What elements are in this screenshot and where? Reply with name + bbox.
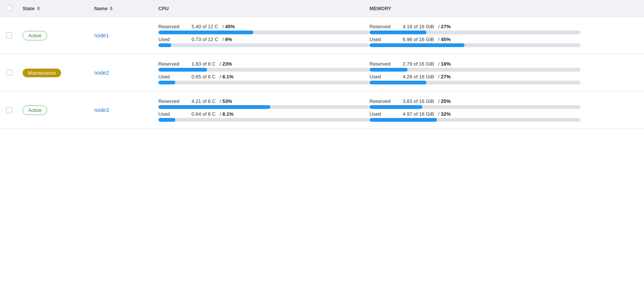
mem-reserved-bar-node3 — [370, 105, 581, 109]
cpu-header-label: CPU — [158, 6, 169, 11]
mem-reserved-bar-node1 — [370, 31, 581, 34]
memory-metrics-node2: Reserved 2.79 of 16 GiB / 18% Used 4.29 … — [370, 61, 581, 84]
state-sort-icon — [37, 6, 40, 11]
state-badge-node3: Active — [23, 106, 47, 115]
table-row: Active node3 Reserved 4.21 of 8 C / 53% … — [0, 92, 644, 129]
cpu-reserved-fill-node1 — [158, 31, 253, 34]
cpu-metrics-node3: Reserved 4.21 of 8 C / 53% Used 0.64 of … — [158, 98, 370, 122]
select-all-checkbox[interactable] — [6, 5, 12, 11]
cpu-reserved-fill-node2 — [158, 68, 207, 72]
mem-reserved-row-node2: Reserved 2.79 of 16 GiB / 18% — [370, 61, 581, 72]
node-name-node3[interactable]: node3 — [94, 107, 158, 113]
cpu-metrics-node2: Reserved 1.83 of 8 C / 23% Used 0.65 of … — [158, 61, 370, 84]
mem-used-row-node2: Used 4.29 of 16 GiB / 27% — [370, 74, 581, 84]
name-header-label: Name — [94, 6, 107, 11]
mem-used-row-node3: Used 4.97 of 16 GiB / 32% — [370, 111, 581, 122]
cpu-reserved-value-node3: 4.21 of 8 C / 53% — [192, 98, 370, 104]
name-column-header[interactable]: Name — [94, 6, 158, 11]
mem-used-fill-node2 — [370, 81, 426, 84]
table-row: Maintenance node2 Reserved 1.83 of 8 C /… — [0, 54, 644, 92]
cpu-reserved-value-node2: 1.83 of 8 C / 23% — [192, 61, 370, 67]
cpu-column-header: CPU — [158, 6, 370, 11]
name-sort-icon — [110, 6, 113, 11]
mem-reserved-row-node1: Reserved 4.18 of 16 GiB / 27% — [370, 24, 581, 34]
cpu-used-bar-node1 — [158, 43, 370, 47]
state-header-label: State — [23, 6, 35, 11]
table-row: Active node1 Reserved 5.40 of 12 C / 45%… — [0, 17, 644, 54]
mem-used-bar-node2 — [370, 81, 581, 84]
mem-used-value-node2: 4.29 of 16 GiB / 27% — [403, 74, 581, 80]
cpu-used-row-node2: Used 0.65 of 8 C / 8.1% — [158, 74, 370, 84]
cpu-used-bar-node3 — [158, 118, 370, 122]
cpu-used-label-node3: Used — [158, 111, 189, 117]
mem-used-bar-node1 — [370, 43, 581, 47]
mem-used-row-node1: Used 6.96 of 16 GiB / 45% — [370, 37, 581, 47]
cpu-reserved-label-node3: Reserved — [158, 98, 189, 104]
mem-used-bar-node3 — [370, 118, 581, 122]
cpu-metrics-node1: Reserved 5.40 of 12 C / 45% Used 0.73 of… — [158, 24, 370, 47]
cpu-used-fill-node1 — [158, 43, 171, 47]
mem-used-label-node2: Used — [370, 74, 400, 80]
node-name-node1[interactable]: node1 — [94, 32, 158, 38]
cpu-reserved-row-node1: Reserved 5.40 of 12 C / 45% — [158, 24, 370, 34]
cpu-used-fill-node3 — [158, 118, 175, 122]
cpu-reserved-label-node2: Reserved — [158, 61, 189, 67]
memory-metrics-node3: Reserved 3.83 of 16 GiB / 25% Used 4.97 … — [370, 98, 581, 122]
mem-reserved-bar-node2 — [370, 68, 581, 72]
table-body: Active node1 Reserved 5.40 of 12 C / 45%… — [0, 17, 644, 129]
cpu-reserved-row-node2: Reserved 1.83 of 8 C / 23% — [158, 61, 370, 72]
cpu-used-row-node1: Used 0.73 of 12 C / 6% — [158, 37, 370, 47]
cpu-used-row-node3: Used 0.64 of 8 C / 8.1% — [158, 111, 370, 122]
mem-reserved-fill-node2 — [370, 68, 408, 72]
memory-column-header: MEMORY — [370, 6, 581, 11]
cpu-reserved-bar-node3 — [158, 105, 370, 109]
state-badge-node2: Maintenance — [23, 69, 61, 77]
cpu-reserved-fill-node3 — [158, 105, 270, 109]
nodes-table: State Name CPU MEMORY Active no — [0, 0, 644, 129]
cpu-used-value-node1: 0.73 of 12 C / 6% — [192, 37, 370, 42]
cpu-used-fill-node2 — [158, 81, 175, 84]
mem-used-label-node3: Used — [370, 111, 400, 117]
row-checkbox-node3[interactable] — [6, 107, 12, 113]
cpu-reserved-row-node3: Reserved 4.21 of 8 C / 53% — [158, 98, 370, 109]
cpu-reserved-label-node1: Reserved — [158, 24, 189, 29]
state-badge-node1: Active — [23, 31, 47, 40]
table-header: State Name CPU MEMORY — [0, 0, 644, 17]
state-column-header[interactable]: State — [23, 6, 94, 11]
cpu-used-bar-node2 — [158, 81, 370, 84]
mem-reserved-row-node3: Reserved 3.83 of 16 GiB / 25% — [370, 98, 581, 109]
cpu-reserved-bar-node2 — [158, 68, 370, 72]
mem-reserved-fill-node1 — [370, 31, 426, 34]
mem-reserved-value-node2: 2.79 of 16 GiB / 18% — [403, 61, 581, 67]
mem-reserved-value-node3: 3.83 of 16 GiB / 25% — [403, 98, 581, 104]
mem-used-value-node1: 6.96 of 16 GiB / 45% — [403, 37, 581, 42]
row-checkbox-node1[interactable] — [6, 32, 12, 38]
mem-used-fill-node3 — [370, 118, 437, 122]
cpu-reserved-bar-node1 — [158, 31, 370, 34]
cpu-used-value-node3: 0.64 of 8 C / 8.1% — [192, 111, 370, 117]
memory-header-label: MEMORY — [370, 6, 391, 11]
memory-metrics-node1: Reserved 4.18 of 16 GiB / 27% Used 6.96 … — [370, 24, 581, 47]
mem-used-fill-node1 — [370, 43, 465, 47]
cpu-used-label-node1: Used — [158, 37, 189, 42]
mem-reserved-label-node3: Reserved — [370, 98, 400, 104]
mem-reserved-fill-node3 — [370, 105, 422, 109]
cpu-used-value-node2: 0.65 of 8 C / 8.1% — [192, 74, 370, 80]
cpu-used-label-node2: Used — [158, 74, 189, 80]
mem-used-value-node3: 4.97 of 16 GiB / 32% — [403, 111, 581, 117]
mem-used-label-node1: Used — [370, 37, 400, 42]
mem-reserved-label-node1: Reserved — [370, 24, 400, 29]
mem-reserved-label-node2: Reserved — [370, 61, 400, 67]
mem-reserved-value-node1: 4.18 of 16 GiB / 27% — [403, 24, 581, 29]
node-name-node2[interactable]: node2 — [94, 70, 158, 76]
cpu-reserved-value-node1: 5.40 of 12 C / 45% — [192, 24, 370, 29]
row-checkbox-node2[interactable] — [6, 70, 12, 76]
